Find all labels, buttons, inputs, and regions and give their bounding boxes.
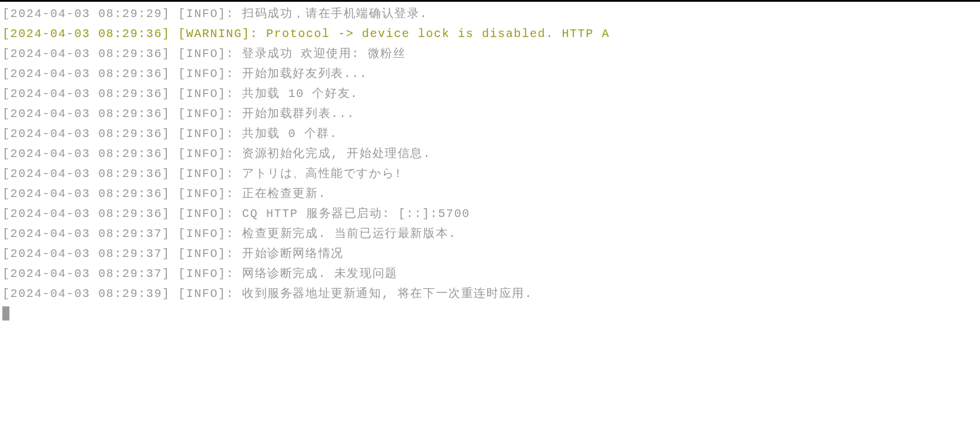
log-level: INFO: [186, 207, 218, 221]
log-line: [2024-04-03 08:29:29] [INFO]: 扫码成功，请在手机端…: [2, 4, 980, 24]
log-timestamp: 2024-04-03 08:29:29: [11, 7, 162, 21]
log-message: 开始诊断网络情况: [242, 247, 344, 261]
log-level: INFO: [186, 287, 218, 301]
log-level: INFO: [186, 7, 218, 21]
log-level: INFO: [186, 67, 218, 81]
log-line: [2024-04-03 08:29:36] [INFO]: 共加载 10 个好友…: [2, 84, 980, 104]
log-line: [2024-04-03 08:29:36] [INFO]: CQ HTTP 服务…: [2, 204, 980, 224]
log-line: [2024-04-03 08:29:39] [INFO]: 收到服务器地址更新通…: [2, 284, 980, 304]
log-line: [2024-04-03 08:29:36] [INFO]: 开始加载好友列表..…: [2, 64, 980, 84]
log-timestamp: 2024-04-03 08:29:36: [11, 27, 162, 41]
log-level: INFO: [186, 247, 218, 261]
log-level: WARNING: [186, 27, 242, 41]
log-message: 收到服务器地址更新通知, 将在下一次重连时应用.: [242, 287, 532, 301]
log-level: INFO: [186, 87, 218, 101]
log-timestamp: 2024-04-03 08:29:36: [11, 187, 162, 201]
log-level: INFO: [186, 107, 218, 121]
log-message: 开始加载群列表...: [242, 107, 355, 121]
log-message: 开始加载好友列表...: [242, 67, 368, 81]
log-timestamp: 2024-04-03 08:29:39: [11, 287, 162, 301]
log-message: Protocol -> device lock is disabled. HTT…: [266, 27, 610, 41]
log-timestamp: 2024-04-03 08:29:36: [11, 167, 162, 181]
log-level: INFO: [186, 267, 218, 281]
log-message: 共加载 0 个群.: [242, 127, 337, 141]
log-message: CQ HTTP 服务器已启动: [::]:5700: [242, 207, 470, 221]
terminal-cursor: [2, 306, 9, 321]
log-timestamp: 2024-04-03 08:29:37: [11, 247, 162, 261]
terminal-log-output: [2024-04-03 08:29:29] [INFO]: 扫码成功，请在手机端…: [2, 4, 980, 304]
log-line: [2024-04-03 08:29:36] [WARNING]: Protoco…: [2, 24, 980, 44]
log-level: INFO: [186, 187, 218, 201]
log-timestamp: 2024-04-03 08:29:36: [11, 147, 162, 161]
log-message: アトリは、高性能ですから!: [242, 167, 402, 181]
log-message: 共加载 10 个好友.: [242, 87, 358, 101]
log-message: 检查更新完成. 当前已运行最新版本.: [242, 227, 457, 241]
log-line: [2024-04-03 08:29:37] [INFO]: 网络诊断完成. 未发…: [2, 264, 980, 284]
log-line: [2024-04-03 08:29:36] [INFO]: 正在检查更新.: [2, 184, 980, 204]
log-level: INFO: [186, 227, 218, 241]
log-timestamp: 2024-04-03 08:29:36: [11, 207, 162, 221]
log-line: [2024-04-03 08:29:36] [INFO]: アトリは、高性能です…: [2, 164, 980, 184]
log-line: [2024-04-03 08:29:36] [INFO]: 开始加载群列表...: [2, 104, 980, 124]
log-timestamp: 2024-04-03 08:29:36: [11, 127, 162, 141]
log-level: INFO: [186, 127, 218, 141]
log-message: 扫码成功，请在手机端确认登录.: [242, 7, 428, 21]
log-timestamp: 2024-04-03 08:29:36: [11, 87, 162, 101]
log-message: 正在检查更新.: [242, 187, 326, 201]
log-message: 资源初始化完成, 开始处理信息.: [242, 147, 431, 161]
log-line: [2024-04-03 08:29:36] [INFO]: 共加载 0 个群.: [2, 124, 980, 144]
log-line: [2024-04-03 08:29:37] [INFO]: 检查更新完成. 当前…: [2, 224, 980, 244]
log-message: 登录成功 欢迎使用: 微粉丝: [242, 47, 405, 61]
log-timestamp: 2024-04-03 08:29:36: [11, 67, 162, 81]
log-line: [2024-04-03 08:29:37] [INFO]: 开始诊断网络情况: [2, 244, 980, 264]
log-level: INFO: [186, 47, 218, 61]
log-line: [2024-04-03 08:29:36] [INFO]: 登录成功 欢迎使用:…: [2, 44, 980, 64]
log-message: 网络诊断完成. 未发现问题: [242, 267, 398, 281]
log-timestamp: 2024-04-03 08:29:37: [11, 227, 162, 241]
log-timestamp: 2024-04-03 08:29:36: [11, 107, 162, 121]
log-line: [2024-04-03 08:29:36] [INFO]: 资源初始化完成, 开…: [2, 144, 980, 164]
log-timestamp: 2024-04-03 08:29:36: [11, 47, 162, 61]
log-level: INFO: [186, 147, 218, 161]
log-level: INFO: [186, 167, 218, 181]
log-timestamp: 2024-04-03 08:29:37: [11, 267, 162, 281]
